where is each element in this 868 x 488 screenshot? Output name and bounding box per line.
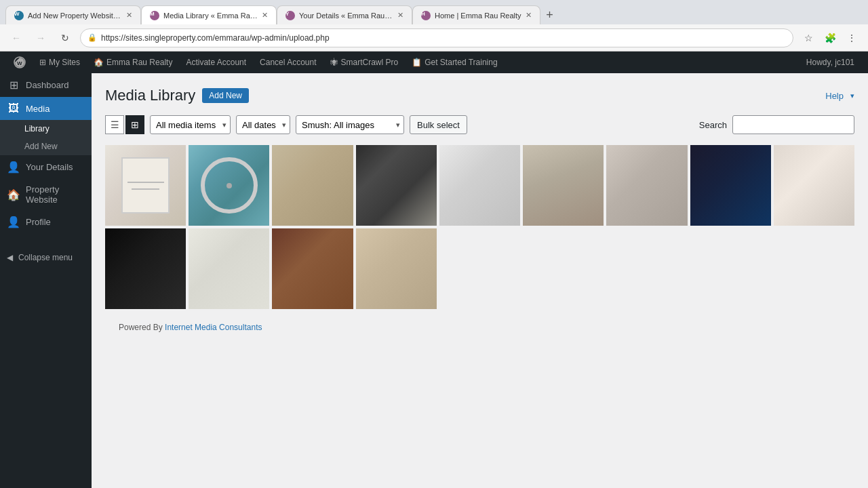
wp-main-content: Media Library Add New Help ▾ ☰ ⊞ All med…: [92, 73, 868, 488]
browser-menu-button[interactable]: ⋮: [842, 28, 861, 47]
sidebar-item-library[interactable]: Library: [0, 120, 92, 138]
media-item-7[interactable]: [606, 145, 687, 226]
wp-sidebar: ⊞ Dashboard 🖼 Media Library Add New 👤 Yo…: [0, 73, 92, 488]
page-header: Media Library Add New Help ▾: [105, 87, 854, 104]
your-details-icon: 👤: [7, 161, 20, 174]
sidebar-item-add-new[interactable]: Add New: [0, 138, 92, 155]
smush-filter-wrapper: Smush: All images: [296, 115, 404, 134]
admin-bar-my-sites[interactable]: ⊞ My Sites: [33, 52, 87, 73]
media-toolbar: ☰ ⊞ All media items All dates Smush: All…: [105, 115, 854, 134]
media-item-2[interactable]: [189, 145, 269, 226]
add-new-button[interactable]: Add New: [202, 88, 249, 103]
admin-bar-site-name[interactable]: 🏠 Emma Rau Realty: [87, 52, 179, 73]
smush-filter[interactable]: Smush: All images: [296, 115, 404, 134]
get-started-icon: 📋: [412, 58, 422, 67]
sidebar-item-profile[interactable]: 👤 Profile: [0, 210, 92, 234]
lock-icon: 🔒: [87, 33, 97, 42]
sidebar-item-your-details[interactable]: 👤 Your Details: [0, 155, 92, 179]
home-icon: 🏠: [94, 58, 104, 67]
browser-tab-3[interactable]: Y Your Details « Emma Rau Realty ✕: [277, 5, 412, 24]
browser-tabs: W Add New Property Website · E... ✕ M Me…: [5, 0, 863, 24]
media-item-6[interactable]: [523, 145, 604, 226]
search-input[interactable]: [732, 115, 854, 134]
media-grid: [105, 145, 854, 309]
media-item-3[interactable]: [272, 145, 353, 226]
tab-close-2[interactable]: ✕: [262, 11, 268, 20]
library-label: Library: [24, 124, 50, 134]
browser-tab-2[interactable]: M Media Library « Emma Rau Rea... ✕: [141, 5, 277, 24]
back-button[interactable]: ←: [7, 28, 26, 47]
forward-button[interactable]: →: [31, 28, 50, 47]
media-item-12[interactable]: [272, 228, 353, 309]
url-text: https://sites.singleproperty.com/emmarau…: [101, 33, 330, 43]
bookmark-button[interactable]: ☆: [799, 28, 818, 47]
date-filter[interactable]: All dates: [236, 115, 290, 134]
admin-bar-get-started[interactable]: 📋 Get Started Training: [405, 52, 504, 73]
tab-favicon-4: H: [421, 11, 431, 20]
search-label: Search: [699, 120, 727, 130]
view-toggle: ☰ ⊞: [105, 115, 144, 134]
tab-favicon-1: W: [14, 11, 24, 20]
browser-toolbar: ← → ↻ 🔒 https://sites.singleproperty.com…: [0, 24, 868, 52]
reload-button[interactable]: ↻: [56, 28, 75, 47]
media-item-9[interactable]: [774, 145, 854, 226]
add-new-media-label: Add New: [24, 142, 58, 151]
get-started-label: Get Started Training: [425, 58, 497, 67]
wp-layout: ⊞ Dashboard 🖼 Media Library Add New 👤 Yo…: [0, 73, 868, 488]
property-website-icon: 🏠: [7, 188, 20, 201]
tab-favicon-3: Y: [285, 11, 295, 20]
tab-close-3[interactable]: ✕: [397, 11, 403, 20]
browser-tab-1[interactable]: W Add New Property Website · E... ✕: [5, 5, 141, 24]
tab-title-3: Your Details « Emma Rau Realty: [299, 12, 393, 20]
tab-favicon-2: M: [150, 11, 159, 20]
sidebar-item-dashboard[interactable]: ⊞ Dashboard: [0, 73, 92, 97]
grid-view-button[interactable]: ⊞: [125, 115, 144, 134]
smartcrawl-icon: 🕷: [330, 58, 338, 67]
browser-tab-4[interactable]: H Home | Emma Rau Realty ✕: [412, 5, 540, 24]
howdy-text: Howdy, jc101: [800, 58, 861, 67]
admin-bar-wp-logo[interactable]: W: [7, 52, 33, 73]
your-details-label: Your Details: [26, 162, 73, 172]
browser-window: W Add New Property Website · E... ✕ M Me…: [0, 0, 868, 488]
media-label: Media: [26, 104, 50, 114]
sidebar-item-media[interactable]: 🖼 Media: [0, 97, 92, 120]
activate-label: Activate Account: [186, 58, 246, 67]
my-sites-icon: ⊞: [39, 58, 46, 67]
collapse-menu-button[interactable]: ◀ Collapse menu: [0, 247, 92, 268]
media-item-10[interactable]: [105, 228, 186, 309]
sidebar-item-property-website[interactable]: 🏠 Property Website: [0, 179, 92, 210]
wp-admin-bar: W ⊞ My Sites 🏠 Emma Rau Realty Activate …: [0, 52, 868, 73]
property-website-label: Property Website: [26, 184, 85, 205]
site-name-label: Emma Rau Realty: [106, 58, 172, 67]
tab-close-1[interactable]: ✕: [126, 11, 132, 20]
media-item-5[interactable]: [439, 145, 520, 226]
bulk-select-button[interactable]: Bulk select: [410, 115, 467, 134]
list-view-button[interactable]: ☰: [105, 115, 124, 134]
admin-bar-cancel[interactable]: Cancel Account: [253, 52, 323, 73]
dashboard-label: Dashboard: [26, 80, 69, 90]
address-bar[interactable]: 🔒 https://sites.singleproperty.com/emmar…: [80, 28, 793, 47]
media-item-1[interactable]: [105, 145, 186, 226]
media-item-13[interactable]: [356, 228, 437, 309]
wp-footer: Powered By Internet Media Consultants: [105, 309, 854, 346]
extensions-button[interactable]: 🧩: [821, 28, 840, 47]
new-tab-button[interactable]: +: [540, 5, 559, 24]
media-filter-wrapper: All media items: [150, 115, 231, 134]
media-item-8[interactable]: [690, 145, 771, 226]
imc-link[interactable]: Internet Media Consultants: [165, 323, 262, 332]
media-type-filter[interactable]: All media items: [150, 115, 231, 134]
tab-title-1: Add New Property Website · E...: [28, 12, 122, 20]
help-button[interactable]: Help: [825, 91, 844, 101]
admin-bar-smartcrawl[interactable]: 🕷 SmartCrawl Pro: [323, 52, 406, 73]
admin-bar-activate[interactable]: Activate Account: [179, 52, 253, 73]
my-sites-label: My Sites: [49, 58, 80, 67]
media-item-4[interactable]: [356, 145, 437, 226]
collapse-label: Collapse menu: [18, 253, 73, 262]
help-dropdown-icon: ▾: [850, 92, 854, 100]
browser-titlebar: W Add New Property Website · E... ✕ M Me…: [0, 0, 868, 24]
svg-text:W: W: [17, 60, 22, 66]
smartcrawl-label: SmartCrawl Pro: [341, 58, 399, 67]
tab-title-2: Media Library « Emma Rau Rea...: [163, 12, 258, 20]
media-item-11[interactable]: [189, 228, 269, 309]
tab-close-4[interactable]: ✕: [526, 11, 532, 20]
